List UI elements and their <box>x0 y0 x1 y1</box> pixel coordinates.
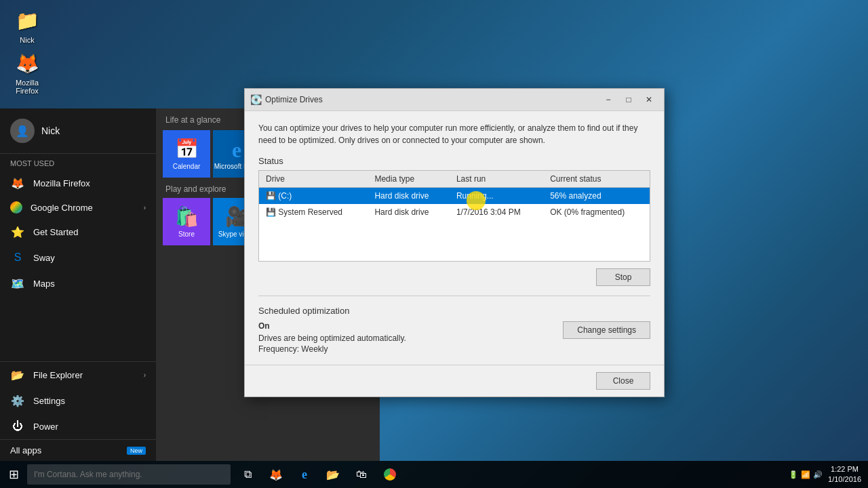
file-explorer-icon: 📂 <box>10 367 25 382</box>
desktop-icons: 📁 Nick 🦊 Mozilla Firefox <box>7 7 47 95</box>
store-tile-icon: 🛍️ <box>175 205 199 228</box>
network-icon: 📶 <box>801 470 810 479</box>
start-button[interactable]: ⊞ <box>0 461 27 488</box>
drive-icon: 💾 <box>266 191 276 201</box>
start-user-section[interactable]: 👤 Nick <box>0 108 156 154</box>
all-apps-label: All apps <box>10 445 119 455</box>
scheduled-desc: Drives are being optimized automatically… <box>258 333 563 343</box>
start-app-sway[interactable]: S Sway <box>0 245 156 270</box>
app-label: Google Chrome <box>31 203 136 213</box>
change-settings-button[interactable]: Change settings <box>563 321 650 339</box>
scheduled-on: On <box>258 321 563 331</box>
system-tray: 🔋 📶 🔊 <box>789 470 823 479</box>
desktop: 📁 Nick 🦊 Mozilla Firefox 👤 Nick Most use… <box>0 0 868 488</box>
col-current-status: Current status <box>543 171 650 188</box>
most-used-label: Most used <box>0 154 156 170</box>
current-status-value: 56% analyzed <box>543 188 650 205</box>
store-taskbar-icon: 🛍 <box>356 468 367 481</box>
col-media-type: Media type <box>368 171 450 188</box>
stop-button[interactable]: Stop <box>596 268 650 286</box>
firefox-icon: 🦊 <box>10 176 25 190</box>
folder-icon: 📁 <box>14 7 41 34</box>
dialog-footer: Close <box>245 365 664 396</box>
start-menu-left: 👤 Nick Most used 🦊 Mozilla Firefox Googl… <box>0 108 156 461</box>
dialog-title: Optimize Drives <box>265 95 599 104</box>
desktop-icon-mozilla-firefox[interactable]: 🦊 Mozilla Firefox <box>7 49 47 95</box>
all-apps-row[interactable]: All apps New <box>0 439 156 461</box>
edge-taskbar-icon: e <box>302 468 307 482</box>
dialog-description: You can optimize your drives to help you… <box>258 122 650 146</box>
taskbar-pinned-items: ⧉ 🦊 e 📂 🛍 <box>234 461 403 488</box>
close-button[interactable]: Close <box>596 372 650 390</box>
cortana-search-input[interactable] <box>27 464 231 485</box>
power-icon: ⏻ <box>10 419 25 434</box>
tile-store[interactable]: 🛍️ Store <box>163 198 210 245</box>
close-window-button[interactable]: ✕ <box>639 93 658 106</box>
app-label: Maps <box>33 279 146 289</box>
chrome-icon <box>10 201 22 214</box>
new-badge: New <box>127 447 146 455</box>
current-status-value: OK (0% fragmented) <box>543 204 650 220</box>
tile-label: Store <box>178 230 195 238</box>
sway-icon: S <box>10 250 25 265</box>
taskbar-clock[interactable]: 1:22 PM 1/10/2016 <box>828 464 861 485</box>
dialog-titlebar: 💽 Optimize Drives − □ ✕ <box>245 89 664 111</box>
arrow-icon: › <box>144 204 146 211</box>
taskbar-chrome[interactable] <box>376 461 403 488</box>
start-file-explorer[interactable]: 📂 File Explorer › <box>0 362 156 388</box>
start-app-mozilla-firefox[interactable]: 🦊 Mozilla Firefox <box>0 170 156 196</box>
table-row[interactable]: 💾 System Reserved Hard disk drive 1/7/20… <box>259 204 650 220</box>
table-row[interactable]: 💾 (C:) Hard disk drive Running... 56% an… <box>259 188 650 205</box>
taskbar-edge[interactable]: e <box>291 461 318 488</box>
get-started-icon: ⭐ <box>10 224 25 239</box>
volume-icon: 🔊 <box>813 470 823 479</box>
scheduled-info: On Drives are being optimized automatica… <box>258 321 563 354</box>
app-label: Get Started <box>33 227 146 237</box>
start-bottom-items: 📂 File Explorer › ⚙️ Settings ⏻ Power Al… <box>0 361 156 461</box>
desktop-icon-nick-folder[interactable]: 📁 Nick <box>7 7 47 44</box>
col-drive: Drive <box>259 171 368 188</box>
taskbar-firefox[interactable]: 🦊 <box>262 461 290 488</box>
start-power[interactable]: ⏻ Power <box>0 413 156 439</box>
edge-tile-icon: e <box>232 138 241 163</box>
drive-icon: 💾 <box>266 207 276 217</box>
dialog-controls: − □ ✕ <box>599 93 658 106</box>
start-settings[interactable]: ⚙️ Settings <box>0 388 156 413</box>
table-body: 💾 (C:) Hard disk drive Running... 56% an… <box>259 188 650 262</box>
status-label: Status <box>258 156 650 166</box>
maximize-button[interactable]: □ <box>619 93 638 106</box>
taskbar-right: 🔋 📶 🔊 1:22 PM 1/10/2016 <box>789 464 868 485</box>
clock-date: 1/10/2016 <box>828 474 861 485</box>
media-type-value: Hard disk drive <box>368 188 450 205</box>
drive-name: 💾 System Reserved <box>259 204 368 220</box>
battery-icon: 🔋 <box>789 470 798 479</box>
start-icon: ⊞ <box>9 467 19 482</box>
table-header: Drive Media type Last run Current status <box>259 171 650 188</box>
taskbar-file-explorer[interactable]: 📂 <box>319 461 347 488</box>
minimize-button[interactable]: − <box>599 93 618 106</box>
app-label: Power <box>33 422 146 432</box>
start-app-google-chrome[interactable]: Google Chrome › <box>0 196 156 219</box>
firefox-desktop-icon: 🦊 <box>14 49 41 77</box>
dialog-body: You can optimize your drives to help you… <box>245 111 664 365</box>
col-last-run: Last run <box>450 171 543 188</box>
tile-calendar[interactable]: 📅 Calendar <box>163 130 210 178</box>
last-run-value: 1/7/2016 3:04 PM <box>450 204 543 220</box>
media-type-value: Hard disk drive <box>368 204 450 220</box>
last-run-value: Running... <box>450 188 543 205</box>
file-explorer-taskbar-icon: 📂 <box>326 468 340 481</box>
desktop-icon-label: Nick <box>20 36 34 44</box>
drive-name: 💾 (C:) <box>259 188 368 205</box>
clock-time: 1:22 PM <box>828 464 861 474</box>
task-view-button[interactable]: ⧉ <box>234 461 261 488</box>
scheduled-freq: Frequency: Weekly <box>258 344 563 354</box>
drives-table: Drive Media type Last run Current status… <box>258 170 650 262</box>
scheduled-row: On Drives are being optimized automatica… <box>258 321 650 354</box>
start-app-get-started[interactable]: ⭐ Get Started <box>0 219 156 245</box>
firefox-taskbar-icon: 🦊 <box>269 468 283 481</box>
taskbar-store[interactable]: 🛍 <box>348 461 375 488</box>
maps-icon: 🗺️ <box>10 276 25 291</box>
app-label: Sway <box>33 253 146 263</box>
app-label: File Explorer <box>33 370 136 380</box>
start-app-maps[interactable]: 🗺️ Maps <box>0 270 156 296</box>
